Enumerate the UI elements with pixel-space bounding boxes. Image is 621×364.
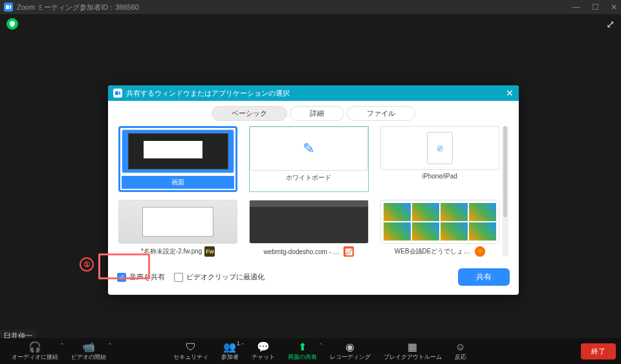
toolbar-label: セキュリティ — [173, 353, 208, 361]
firefox-app-icon — [475, 246, 485, 257]
window-title: Zoom ミーティング参加者ID：386560 — [17, 3, 139, 12]
modal-close-button[interactable]: ✕ — [506, 88, 514, 98]
encryption-shield-icon[interactable] — [6, 18, 18, 30]
modal-footer: ✓ 音声を共有 ビデオクリップに最適化 共有 — [108, 262, 519, 295]
svg-rect-0 — [6, 5, 9, 9]
thumb-label: WEB会議DEどうでしょう | この一言… — [395, 247, 472, 256]
thumb-label: *名称未設定-2.fw.png — [141, 247, 202, 256]
svg-rect-1 — [115, 91, 118, 95]
optimize-video-checkbox[interactable]: ビデオクリップに最適化 — [174, 272, 265, 282]
zoom-app-icon — [4, 3, 13, 12]
share-tabs: ベーシック 詳細 ファイル — [108, 101, 519, 126]
maximize-button[interactable]: ☐ — [592, 3, 599, 12]
share-button[interactable]: 共有 — [458, 268, 510, 286]
tab-spacer — [164, 106, 209, 121]
modal-title: 共有するウィンドウまたはアプリケーションの選択 — [126, 89, 290, 98]
thumb-label: ホワイトボード — [286, 173, 331, 182]
participants-icon: 👥 — [223, 341, 236, 353]
pencil-icon: ✎ — [303, 140, 314, 157]
toolbar-reactions[interactable]: ☺ 反応 — [448, 341, 473, 361]
annotation-highlight-box — [98, 253, 150, 279]
toolbar-label: 反応 — [455, 353, 466, 361]
share-source-screen[interactable]: 画面 — [118, 126, 237, 192]
meeting-top-strip: ⤢ — [0, 14, 621, 34]
toolbar-label: レコーディング — [330, 353, 371, 361]
end-meeting-button[interactable]: 終了 — [581, 343, 616, 359]
toolbar-audio[interactable]: 🎧 オーディオに接続 ^ — [5, 341, 65, 361]
minimize-button[interactable]: ― — [572, 3, 580, 12]
toolbar-label: 画面の共有 — [288, 353, 317, 361]
chevron-up-icon[interactable]: ^ — [61, 341, 63, 347]
toolbar-video[interactable]: 📹 ビデオの開始 ^ — [65, 341, 113, 361]
toolbar-label: 参加者 — [221, 353, 239, 361]
tab-spacer — [418, 106, 463, 121]
thumb-label: webmtg-dodesho.com - Rank Tra… — [263, 248, 341, 255]
toolbar-security[interactable]: 🛡 セキュリティ — [167, 341, 215, 361]
toolbar-breakout[interactable]: ▦ ブレイクアウトルーム — [377, 341, 448, 361]
video-off-icon: 📹 — [82, 341, 95, 353]
airplay-icon: ⎚ — [427, 132, 453, 164]
fireworks-app-icon: Fw — [204, 246, 215, 257]
thumb-label: 画面 — [171, 178, 184, 187]
toolbar-label: ブレイクアウトルーム — [384, 353, 442, 361]
toolbar-label: オーディオに接続 — [12, 353, 58, 361]
thumb-label: iPhone/iPad — [422, 173, 457, 180]
share-source-app-ranktracker[interactable]: webmtg-dodesho.com - Rank Tra… 📈 — [249, 200, 368, 257]
shield-icon: 🛡 — [186, 341, 196, 353]
tab-advanced[interactable]: 詳細 — [290, 106, 344, 121]
toolbar-share-screen[interactable]: ⬆ 画面の共有 ^ — [281, 341, 323, 361]
record-icon: ◉ — [345, 341, 354, 353]
share-source-app-fireworks[interactable]: *名称未設定-2.fw.png Fw — [118, 200, 237, 257]
share-source-whiteboard[interactable]: ✎ ホワイトボード — [249, 126, 368, 192]
modal-titlebar: 共有するウィンドウまたはアプリケーションの選択 ✕ — [108, 85, 519, 101]
grid-scrollbar[interactable] — [502, 126, 508, 257]
chevron-up-icon[interactable]: ^ — [109, 341, 111, 347]
share-source-grid: 画面 ✎ ホワイトボード ⎚ iPhone/iPad *名称未設定-2.fw.p… — [118, 126, 499, 257]
headphones-icon: 🎧 — [28, 341, 41, 353]
meeting-toolbar: 🎧 オーディオに接続 ^ 📹 ビデオの開始 ^ 🛡 セキュリティ 👥 1 参加者… — [0, 338, 621, 364]
toolbar-chat[interactable]: 💬 チャット — [245, 341, 281, 361]
close-button[interactable]: ✕ — [611, 3, 617, 12]
chevron-up-icon[interactable]: ^ — [241, 341, 244, 347]
toolbar-label: ビデオの開始 — [71, 353, 106, 361]
modal-zoom-icon — [113, 89, 122, 98]
toolbar-label: チャット — [252, 353, 275, 361]
ranktracker-app-icon: 📈 — [343, 246, 354, 257]
reactions-icon: ☺ — [455, 341, 465, 353]
chat-icon: 💬 — [257, 341, 270, 353]
participants-count: 1 — [237, 340, 240, 347]
tab-basic[interactable]: ベーシック — [212, 106, 287, 121]
optimize-video-label: ビデオクリップに最適化 — [186, 272, 265, 282]
share-source-iphone-ipad[interactable]: ⎚ iPhone/iPad — [380, 126, 499, 192]
share-source-app-firefox[interactable]: WEB会議DEどうでしょう | この一言… — [380, 200, 499, 257]
toolbar-participants[interactable]: 👥 1 参加者 ^ — [215, 341, 245, 361]
share-screen-modal: 共有するウィンドウまたはアプリケーションの選択 ✕ ベーシック 詳細 ファイル … — [108, 85, 519, 295]
toolbar-record[interactable]: ◉ レコーディング — [323, 341, 377, 361]
window-titlebar: Zoom ミーティング参加者ID：386560 ― ☐ ✕ — [0, 0, 621, 14]
annotation-number-1: ① — [80, 257, 94, 272]
breakout-rooms-icon: ▦ — [408, 341, 417, 353]
chevron-up-icon[interactable]: ^ — [320, 341, 322, 347]
checkbox-unchecked-icon — [174, 273, 183, 282]
tab-file[interactable]: ファイル — [347, 106, 415, 121]
share-screen-icon: ⬆ — [298, 341, 307, 353]
fullscreen-icon[interactable]: ⤢ — [606, 18, 615, 30]
